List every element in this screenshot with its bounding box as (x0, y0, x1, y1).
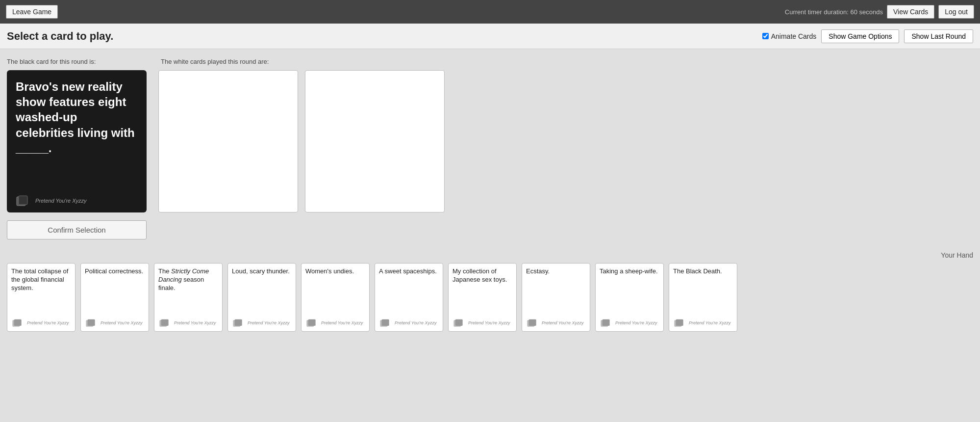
hand-card-logo-icon-4 (305, 318, 319, 328)
hand-card-logo-icon-3 (232, 318, 246, 328)
hand-card-7[interactable]: Ecstasy.Pretend You're Xyzzy (522, 263, 590, 332)
hand-card-logo-text-1: Pretend You're Xyzzy (101, 320, 143, 326)
hand-card-logo-icon-6 (452, 318, 466, 328)
hand-card-logo-text-0: Pretend You're Xyzzy (27, 320, 69, 326)
hand-card-1[interactable]: Political correctness.Pretend You're Xyz… (80, 263, 149, 332)
hand-card-4[interactable]: Women's undies.Pretend You're Xyzzy (301, 263, 370, 332)
svg-rect-9 (235, 319, 242, 326)
hand-card-logo-icon-7 (526, 318, 540, 328)
view-cards-button[interactable]: View Cards (887, 5, 934, 19)
leave-game-button[interactable]: Leave Game (6, 5, 58, 19)
hand-card-footer-6: Pretend You're Xyzzy (452, 318, 512, 328)
svg-rect-11 (308, 319, 316, 326)
hand-card-footer-8: Pretend You're Xyzzy (600, 318, 659, 328)
hand-card-footer-5: Pretend You're Xyzzy (379, 318, 439, 328)
hand-card-logo-icon-5 (379, 318, 393, 328)
show-game-options-button[interactable]: Show Game Options (821, 29, 899, 43)
hand-card-0[interactable]: The total collapse of the global financi… (7, 263, 75, 332)
hand-cards: The total collapse of the global financi… (7, 263, 973, 332)
black-card-label: The black card for this round is: (7, 58, 149, 65)
hand-card-logo-icon-8 (600, 318, 613, 328)
round-labels: The black card for this round is: The wh… (7, 58, 973, 65)
hand-card-footer-0: Pretend You're Xyzzy (11, 318, 71, 328)
your-hand-label: Your Hand (7, 251, 973, 259)
hand-card-logo-text-4: Pretend You're Xyzzy (321, 320, 363, 326)
hand-card-logo-text-6: Pretend You're Xyzzy (468, 320, 510, 326)
hand-card-3[interactable]: Loud, scary thunder.Pretend You're Xyzzy (227, 263, 296, 332)
hand-card-5[interactable]: A sweet spaceships.Pretend You're Xyzzy (375, 263, 443, 332)
confirm-selection-button[interactable]: Confirm Selection (7, 220, 147, 239)
hand-card-footer-3: Pretend You're Xyzzy (232, 318, 292, 328)
white-played-card-2 (305, 70, 445, 212)
hand-card-8[interactable]: Taking a sheep-wife.Pretend You're Xyzzy (595, 263, 664, 332)
svg-rect-1 (19, 196, 27, 205)
hand-card-2[interactable]: The Strictly Come Dancing season finale.… (154, 263, 223, 332)
animate-cards-checkbox[interactable] (762, 33, 769, 39)
subheader-right: Animate Cards Show Game Options Show Las… (762, 29, 973, 43)
svg-rect-15 (455, 319, 463, 326)
hand-card-footer-1: Pretend You're Xyzzy (85, 318, 145, 328)
black-card-logo-icon (16, 195, 31, 207)
svg-rect-7 (161, 319, 169, 326)
svg-rect-17 (529, 319, 536, 326)
animate-cards-text: Animate Cards (771, 32, 817, 40)
hand-card-logo-icon-2 (158, 318, 172, 328)
black-card-footer: Pretend You're Xyzzy (16, 195, 138, 207)
white-played-card-1 (158, 70, 298, 212)
svg-rect-19 (603, 319, 610, 326)
hand-card-footer-2: Pretend You're Xyzzy (158, 318, 218, 328)
svg-rect-5 (88, 319, 95, 326)
hand-card-logo-text-2: Pretend You're Xyzzy (174, 320, 216, 326)
svg-rect-13 (382, 319, 389, 326)
hand-card-9[interactable]: The Black Death.Pretend You're Xyzzy (669, 263, 737, 332)
hand-card-logo-icon-9 (673, 318, 687, 328)
timer-text: Current timer duration: 60 seconds (785, 8, 883, 16)
animate-cards-label[interactable]: Animate Cards (762, 32, 817, 40)
white-played-area (158, 70, 445, 212)
show-last-round-button[interactable]: Show Last Round (904, 29, 973, 43)
black-card-logo-text: Pretend You're Xyzzy (35, 198, 87, 204)
subheader: Select a card to play. Animate Cards Sho… (0, 24, 980, 49)
black-card-text: Bravo's new reality show features eight … (16, 79, 138, 190)
main: The black card for this round is: The wh… (0, 49, 980, 246)
hand-card-logo-text-5: Pretend You're Xyzzy (395, 320, 437, 326)
page-title: Select a card to play. (7, 30, 113, 43)
hand-card-6[interactable]: My collection of Japanese sex toys.Prete… (448, 263, 517, 332)
white-cards-label: The white cards played this round are: (161, 58, 269, 65)
cards-row: Bravo's new reality show features eight … (7, 70, 973, 212)
hand-card-logo-text-3: Pretend You're Xyzzy (248, 320, 290, 326)
hand-card-logo-icon-1 (85, 318, 99, 328)
log-out-button[interactable]: Log out (938, 5, 974, 19)
topbar: Leave Game Current timer duration: 60 se… (0, 0, 980, 24)
hand-card-logo-icon-0 (11, 318, 25, 328)
hand-card-logo-text-8: Pretend You're Xyzzy (615, 320, 657, 326)
black-card: Bravo's new reality show features eight … (7, 70, 147, 212)
hand-card-logo-text-7: Pretend You're Xyzzy (542, 320, 584, 326)
bottom-area: Your Hand The total collapse of the glob… (0, 246, 980, 337)
topbar-left: Leave Game (6, 5, 58, 19)
svg-rect-21 (676, 319, 683, 326)
hand-card-footer-4: Pretend You're Xyzzy (305, 318, 365, 328)
hand-card-footer-7: Pretend You're Xyzzy (526, 318, 586, 328)
hand-card-footer-9: Pretend You're Xyzzy (673, 318, 733, 328)
hand-card-logo-text-9: Pretend You're Xyzzy (689, 320, 731, 326)
topbar-right: Current timer duration: 60 seconds View … (785, 5, 974, 19)
svg-rect-3 (14, 319, 22, 326)
